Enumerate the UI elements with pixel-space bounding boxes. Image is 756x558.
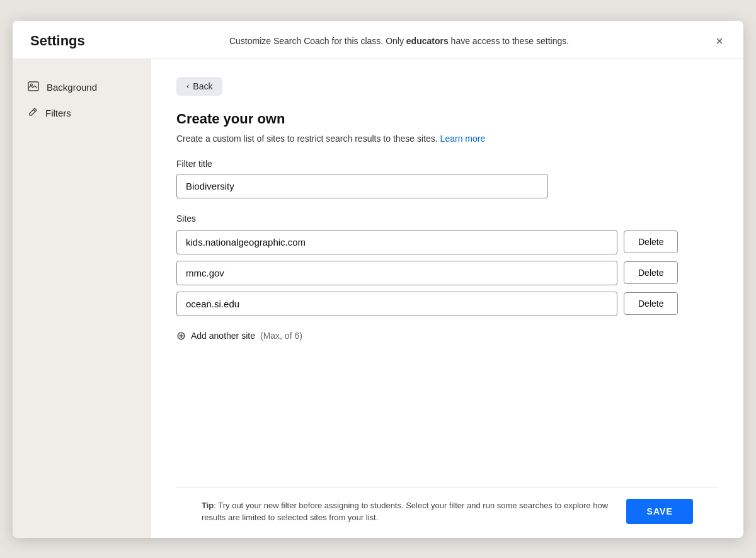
back-label: Back	[193, 81, 212, 91]
site-input-3[interactable]	[176, 292, 617, 316]
max-label: (Max, of 6)	[260, 331, 302, 341]
subtitle-bold: educators	[406, 36, 449, 46]
site-row-1: Delete	[176, 230, 718, 254]
site-row-3: Delete	[176, 292, 718, 316]
tip-bold: Tip	[202, 501, 214, 510]
sidebar-item-background[interactable]: Background	[13, 74, 151, 101]
site-row-2: Delete	[176, 261, 718, 285]
image-icon	[28, 81, 39, 94]
site-input-1[interactable]	[176, 230, 617, 254]
add-site-button[interactable]: ⊕ Add another site (Max, of 6)	[176, 326, 302, 345]
learn-more-link[interactable]: Learn more	[440, 134, 486, 144]
page-title: Create your own	[176, 111, 718, 127]
tip-text: Tip: Try out your new filter before assi…	[202, 499, 626, 524]
pencil-icon	[28, 107, 38, 120]
section-description: Create a custom list of sites to restric…	[176, 134, 718, 144]
close-button[interactable]: ×	[713, 32, 726, 50]
form-section: ‹ Back Create your own Create a custom l…	[176, 77, 718, 487]
subtitle-suffix: have access to these settings.	[449, 36, 569, 46]
tip-content: : Try out your new filter before assigni…	[202, 501, 608, 523]
sidebar-filters-label: Filters	[45, 108, 71, 118]
back-button[interactable]: ‹ Back	[176, 77, 222, 96]
delete-button-2[interactable]: Delete	[624, 261, 678, 284]
delete-button-1[interactable]: Delete	[624, 231, 678, 253]
filter-title-input[interactable]	[176, 174, 548, 198]
plus-circle-icon: ⊕	[176, 329, 186, 343]
add-site-label: Add another site	[191, 331, 255, 341]
filter-title-label: Filter title	[176, 159, 718, 169]
delete-button-3[interactable]: Delete	[624, 292, 678, 315]
modal-title: Settings	[30, 33, 85, 49]
sites-label: Sites	[176, 214, 718, 224]
sidebar-item-filters[interactable]: Filters	[13, 101, 151, 126]
main-content: ‹ Back Create your own Create a custom l…	[151, 59, 743, 538]
sites-section: Sites Delete Delete Delete ⊕	[176, 214, 718, 345]
modal-footer: Tip: Try out your new filter before assi…	[176, 487, 718, 538]
chevron-left-icon: ‹	[186, 81, 189, 91]
header-subtitle: Customize Search Coach for this class. O…	[85, 36, 714, 46]
sidebar: Background Filters	[13, 59, 151, 538]
modal-header: Settings Customize Search Coach for this…	[13, 21, 743, 59]
site-input-2[interactable]	[176, 261, 617, 285]
modal-body: Background Filters ‹ Back	[13, 59, 743, 538]
settings-modal: Settings Customize Search Coach for this…	[13, 21, 743, 538]
subtitle-text: Customize Search Coach for this class. O…	[229, 36, 406, 46]
sidebar-background-label: Background	[47, 82, 97, 93]
filter-title-field: Filter title	[176, 159, 718, 214]
save-button[interactable]: SAVE	[626, 499, 693, 524]
description-text: Create a custom list of sites to restric…	[176, 134, 438, 144]
